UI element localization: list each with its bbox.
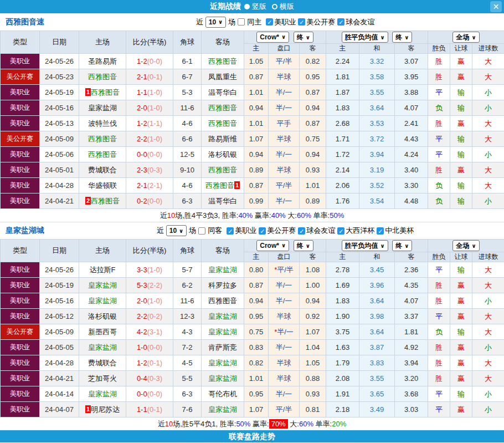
match-date: 24-04-07 bbox=[40, 402, 79, 417]
league-checkbox[interactable]: ✓ bbox=[259, 227, 266, 235]
away-team[interactable]: 西雅图音 bbox=[202, 116, 244, 131]
europe-away-odds: 2.41 bbox=[395, 116, 428, 131]
home-team[interactable]: 1明尼苏达 bbox=[79, 402, 126, 417]
home-team[interactable]: 皇家盐湖 bbox=[79, 293, 126, 309]
home-team[interactable]: 皇家盐湖 bbox=[79, 340, 126, 355]
away-team[interactable]: 西雅图音 bbox=[202, 100, 244, 116]
outcome-result: 胜 bbox=[428, 116, 450, 131]
home-team[interactable]: 新墨西哥 bbox=[79, 324, 126, 340]
away-team[interactable]: 西雅图音 bbox=[202, 162, 244, 178]
league-checkbox[interactable]: ✓ bbox=[227, 227, 234, 235]
home-team[interactable]: 费城联合 bbox=[79, 355, 126, 371]
away-team[interactable]: 皇家盐湖 bbox=[202, 402, 244, 417]
away-team[interactable]: 科罗拉多 bbox=[202, 278, 244, 293]
away-team[interactable]: 西雅图音1 bbox=[202, 178, 244, 194]
home-team[interactable]: 洛杉矶银 bbox=[79, 309, 126, 324]
asia-away-odds: 1.04 bbox=[300, 340, 326, 355]
league-filter[interactable]: ✓球会友谊 bbox=[337, 17, 374, 27]
league-filter[interactable]: ✓中北美杯 bbox=[377, 226, 414, 236]
avg-time-select[interactable]: 终 bbox=[392, 240, 412, 251]
league-filter[interactable]: ✓美公开赛 bbox=[298, 17, 335, 27]
bookmaker-select[interactable]: Crow* bbox=[256, 240, 289, 251]
away-team[interactable]: 皇家盐湖 bbox=[202, 262, 244, 278]
odds-time-select[interactable]: 终 bbox=[294, 32, 313, 43]
league-checkbox[interactable]: ✓ bbox=[337, 227, 344, 235]
scope-select[interactable]: 全场 bbox=[452, 240, 479, 251]
league-checkbox[interactable]: ✓ bbox=[337, 18, 344, 26]
league-trend-footer[interactable]: 联赛盘路走势 bbox=[0, 430, 504, 442]
avg-time-select[interactable]: 终 bbox=[392, 32, 412, 43]
home-team[interactable]: 西雅图音 bbox=[79, 147, 126, 162]
same-venue-checkbox[interactable] bbox=[238, 18, 245, 26]
away-team[interactable]: 凤凰重生 bbox=[202, 69, 244, 85]
away-team[interactable]: 肯萨斯竞 bbox=[202, 340, 244, 355]
league-checkbox[interactable]: ✓ bbox=[298, 227, 305, 235]
away-team[interactable]: 洛杉矶银 bbox=[202, 147, 244, 162]
match-count-select[interactable]: 10 bbox=[205, 17, 226, 28]
same-venue-checkbox[interactable] bbox=[198, 227, 205, 235]
radio-horizontal-layout[interactable]: 横版 bbox=[272, 2, 294, 12]
scope-select[interactable]: 全场 bbox=[452, 32, 479, 43]
europe-away-odds: 3.07 bbox=[395, 54, 428, 69]
away-team[interactable]: 皇家盐湖 bbox=[202, 355, 244, 371]
home-team[interactable]: 芝加哥火 bbox=[79, 371, 126, 386]
avg-odds-select[interactable]: 胜平负均值 bbox=[342, 240, 388, 251]
away-team[interactable]: 温哥华白 bbox=[202, 194, 244, 209]
league-checkbox[interactable]: ✓ bbox=[377, 227, 384, 235]
europe-away-odds: 4.43 bbox=[395, 131, 428, 147]
competition-type: 美公开赛 bbox=[1, 131, 40, 147]
europe-away-odds: 3.37 bbox=[395, 309, 428, 324]
team2-title: 皇家盐湖城 bbox=[6, 226, 44, 236]
home-team[interactable]: 皇家盐湖 bbox=[79, 278, 126, 293]
close-icon[interactable]: ✕ bbox=[490, 1, 502, 12]
match-date: 24-04-21 bbox=[40, 194, 79, 209]
home-team[interactable]: 达拉斯F bbox=[79, 262, 126, 278]
bookmaker-select[interactable]: Crow* bbox=[256, 32, 289, 43]
live-odds-star-icon: * bbox=[274, 266, 277, 274]
odds-time-select[interactable]: 终 bbox=[294, 240, 313, 251]
asia-away-odds: 0.82 bbox=[300, 54, 326, 69]
competition-type: 美职业 bbox=[1, 293, 40, 309]
home-team[interactable]: 波特兰伐 bbox=[79, 116, 126, 131]
league-filter[interactable]: ✓美职业 bbox=[227, 226, 256, 236]
outcome-result: 负 bbox=[428, 194, 450, 209]
away-team[interactable]: 西雅图音 bbox=[202, 54, 244, 69]
league-filter[interactable]: ✓美公开赛 bbox=[259, 226, 296, 236]
home-team[interactable]: 皇家盐湖 bbox=[79, 100, 126, 116]
league-checkbox[interactable]: ✓ bbox=[266, 18, 273, 26]
team-name: 洛杉矶银 bbox=[208, 150, 237, 159]
team-name: 西雅图音 bbox=[208, 119, 237, 128]
home-team[interactable]: 费城联合 bbox=[79, 162, 126, 178]
home-team[interactable]: 西雅图音 bbox=[79, 131, 126, 147]
halftime-score: (0-1) bbox=[147, 73, 162, 81]
table-row: 美职业 24-05-26 圣路易斯 1-2(0-0) 6-1 西雅图音 1.05… bbox=[1, 54, 504, 69]
league-filter[interactable]: ✓大西洋杯 bbox=[337, 226, 374, 236]
match-count-select[interactable]: 10 bbox=[166, 225, 187, 236]
radio-vertical-layout[interactable]: 竖版 bbox=[244, 2, 266, 12]
league-checkbox[interactable]: ✓ bbox=[298, 18, 305, 26]
away-team[interactable]: 皇家盐湖 bbox=[202, 309, 244, 324]
subcol-handicap: 盘口 bbox=[269, 44, 300, 54]
home-team[interactable]: 圣路易斯 bbox=[79, 54, 126, 69]
home-team[interactable]: 华盛顿联 bbox=[79, 178, 126, 194]
avg-odds-select[interactable]: 胜平负均值 bbox=[342, 32, 388, 43]
away-team[interactable]: 皇家盐湖 bbox=[202, 324, 244, 340]
team-name: 华盛顿联 bbox=[88, 181, 117, 190]
league-filter[interactable]: ✓球会友谊 bbox=[298, 226, 335, 236]
halftime-score: (0-0) bbox=[147, 197, 162, 205]
away-team[interactable]: 温哥华白 bbox=[202, 85, 244, 100]
away-team[interactable]: 路易斯维 bbox=[202, 131, 244, 147]
team-name: 皇家盐湖 bbox=[88, 104, 117, 112]
fulltime-score: 5-3 bbox=[137, 281, 147, 289]
home-team[interactable]: 西雅图音 bbox=[79, 69, 126, 85]
europe-home-odds: 1.69 bbox=[326, 278, 359, 293]
league-filter[interactable]: ✓美职业 bbox=[266, 17, 296, 27]
col-corner: 角球 bbox=[173, 31, 202, 54]
home-team[interactable]: 皇家盐湖 bbox=[79, 386, 126, 402]
away-team[interactable]: 皇家盐湖 bbox=[202, 371, 244, 386]
away-team[interactable]: 哥伦布机 bbox=[202, 386, 244, 402]
home-team[interactable]: 2西雅图音 bbox=[79, 194, 126, 209]
asia-home-odds: 0.95 bbox=[244, 386, 269, 402]
away-team[interactable]: 西雅图音 bbox=[202, 293, 244, 309]
home-team[interactable]: 1西雅图音 bbox=[79, 85, 126, 100]
